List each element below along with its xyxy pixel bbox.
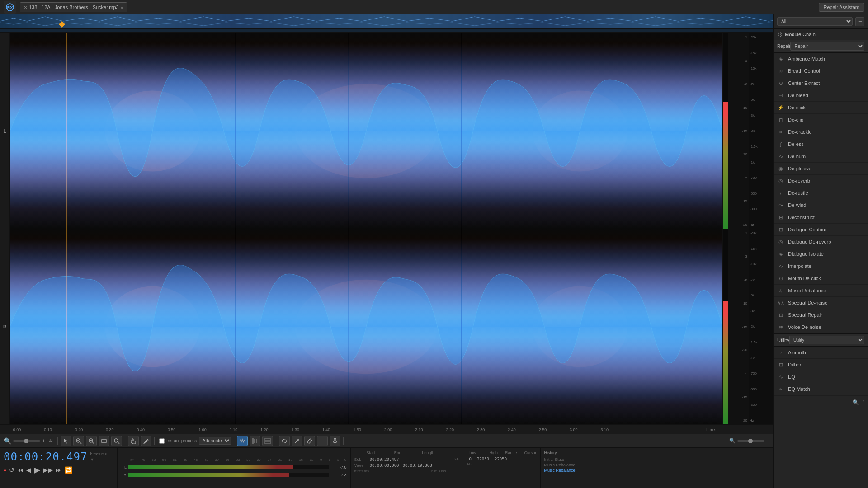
tool-magic-wand[interactable]: [292, 436, 302, 446]
module-spectral-de-noise[interactable]: ∧∧ Spectral De-noise: [774, 297, 868, 309]
tool-zoom-fit[interactable]: [99, 436, 109, 446]
module-dialogue-isolate[interactable]: ◈ Dialogue Isolate: [774, 248, 868, 260]
module-de-bleed[interactable]: ⊣ De-bleed: [774, 89, 868, 102]
app-tab[interactable]: ✕ 138 - 12A - Jonas Brothers - Sucker.mp…: [20, 2, 127, 12]
module-music-rebalance[interactable]: ♫ Music Rebalance: [774, 285, 868, 297]
zoom-in-icon[interactable]: +: [42, 438, 45, 444]
module-center-extract[interactable]: ⊙ Center Extract: [774, 77, 868, 89]
repair-category-header[interactable]: Repair Repair: [774, 40, 868, 53]
module-eq[interactable]: ∿ EQ: [774, 371, 868, 383]
channel-label-R: R: [0, 229, 10, 424]
tool-pencil[interactable]: [141, 436, 151, 446]
zoom-out-icon[interactable]: 🔍: [4, 437, 11, 445]
timecode-format-dropdown[interactable]: ▼: [90, 457, 107, 462]
time-210: 2:10: [415, 427, 423, 432]
freq-sel-row: Sel. 0 22050 22050: [454, 457, 537, 461]
de-rustle-label: De-rustle: [788, 190, 808, 196]
loop-button[interactable]: ↺: [9, 466, 14, 474]
meter-bar-container-L: [128, 465, 329, 469]
voice-de-noise-label: Voice De-noise: [788, 324, 821, 330]
module-list[interactable]: ◈ Ambience Match ≋ Breath Control ⊙ Cent…: [774, 53, 868, 488]
end-header: End: [394, 450, 418, 455]
hcms-label2: h:m:s.ms: [431, 469, 446, 473]
tool-options[interactable]: ⋯: [317, 436, 328, 446]
waveform-L[interactable]: [10, 33, 722, 229]
panel-expand-icon[interactable]: ›: [863, 398, 864, 407]
zoom-right-slider[interactable]: [737, 440, 764, 442]
history-item-2[interactable]: Music Rebalance: [544, 468, 770, 473]
zoom-out-right-icon[interactable]: 🔍: [729, 438, 736, 444]
zoom-slider[interactable]: [13, 440, 40, 442]
prev-button[interactable]: ⏮: [17, 466, 24, 474]
de-bleed-icon: ⊣: [777, 92, 784, 99]
repair-category-select[interactable]: Repair: [790, 42, 864, 51]
module-de-clip[interactable]: ⊓ De-clip: [774, 114, 868, 126]
zoom-in-right-icon[interactable]: +: [766, 438, 769, 444]
module-de-plosive[interactable]: ◉ De-plosive: [774, 163, 868, 175]
module-ambience-match[interactable]: ◈ Ambience Match: [774, 53, 868, 65]
module-voice-de-noise[interactable]: ≋ Voice De-noise: [774, 321, 868, 333]
svg-point-41: [297, 439, 299, 441]
record-button[interactable]: ●: [4, 468, 6, 473]
module-dialogue-contour[interactable]: ⊡ Dialogue Contour: [774, 224, 868, 236]
repeat-button[interactable]: 🔁: [65, 466, 72, 474]
module-azimuth[interactable]: ⟋ Azimuth: [774, 347, 868, 359]
tool-mic[interactable]: [330, 436, 340, 446]
fast-forward-button[interactable]: ▶▶: [43, 466, 53, 474]
tool-lasso[interactable]: [279, 436, 290, 446]
module-deconstruct[interactable]: ⊞ Deconstruct: [774, 211, 868, 224]
tool-zoom-plus[interactable]: [86, 436, 97, 446]
freq-sel-label: Sel.: [454, 457, 467, 461]
module-interpolate[interactable]: ∿ Interpolate: [774, 260, 868, 272]
next-button[interactable]: ⏭: [56, 466, 62, 474]
svg-text:RX: RX: [7, 5, 13, 10]
meter-bar-container-R: [128, 473, 329, 477]
freq-range: 22050: [495, 457, 507, 461]
instant-process-checkbox[interactable]: [159, 438, 165, 444]
spectral-repair-label: Spectral Repair: [788, 312, 822, 318]
low-header: Low: [469, 450, 476, 455]
module-breath-control[interactable]: ≋ Breath Control: [774, 65, 868, 77]
overview-bar[interactable]: [0, 14, 773, 28]
module-de-wind[interactable]: 〜 De-wind: [774, 199, 868, 211]
tool-zoom-custom[interactable]: [111, 436, 122, 446]
attenuate-select[interactable]: Attenuate Cut Replace: [199, 437, 231, 445]
module-de-click[interactable]: ⚡ De-click: [774, 102, 868, 114]
vu-meter-L: [722, 33, 728, 229]
tool-select[interactable]: [61, 436, 71, 446]
tool-brush[interactable]: [304, 436, 315, 446]
tool-hand[interactable]: [128, 436, 139, 446]
history-item-0[interactable]: Initial State: [544, 457, 770, 462]
module-filter-select[interactable]: All Repair Utility: [777, 17, 853, 26]
waveform-R[interactable]: [10, 229, 722, 424]
module-de-hum[interactable]: ∿ De-hum: [774, 150, 868, 163]
tool-spectrogram-view[interactable]: [250, 436, 260, 446]
module-de-ess[interactable]: ∫ De-ess: [774, 138, 868, 150]
module-de-crackle[interactable]: ≈ De-crackle: [774, 126, 868, 138]
history-item-1[interactable]: Music Rebalance: [544, 462, 770, 468]
tool-zoom-minus[interactable]: [73, 436, 84, 446]
module-dialogue-de-reverb[interactable]: ◎ Dialogue De-reverb: [774, 236, 868, 248]
play-button[interactable]: ▶: [34, 465, 40, 475]
rewind-button[interactable]: ◀: [26, 466, 31, 474]
module-de-rustle[interactable]: ≀ De-rustle: [774, 187, 868, 199]
utility-category-select[interactable]: Utility: [789, 336, 864, 344]
module-de-reverb[interactable]: ◎ De-reverb: [774, 175, 868, 187]
utility-category-header[interactable]: Utility Utility: [774, 333, 868, 347]
module-eq-match[interactable]: ≈ EQ Match: [774, 383, 868, 395]
panel-menu-button[interactable]: ☰: [855, 17, 864, 26]
svg-rect-4: [0, 29, 773, 32]
module-dither[interactable]: ⊟ Dither: [774, 359, 868, 371]
time-50: 0:50: [168, 427, 176, 432]
tab-close-icon[interactable]: ✕: [24, 5, 27, 10]
module-chain-row[interactable]: ⛓ Module Chain: [774, 29, 868, 40]
waveform-toggle-icon[interactable]: ≋: [49, 438, 53, 444]
repair-assistant-button[interactable]: Repair Assistant: [819, 3, 864, 12]
tool-waveform-view[interactable]: [237, 436, 248, 446]
time-110: 1:10: [230, 427, 238, 432]
tab-title: 138 - 12A - Jonas Brothers - Sucker.mp3: [29, 5, 119, 10]
tool-combined-view[interactable]: [262, 436, 273, 446]
panel-search-icon[interactable]: 🔍: [851, 398, 861, 407]
module-spectral-repair[interactable]: ⊞ Spectral Repair: [774, 309, 868, 321]
module-mouth-de-click[interactable]: ⊙ Mouth De-click: [774, 272, 868, 285]
